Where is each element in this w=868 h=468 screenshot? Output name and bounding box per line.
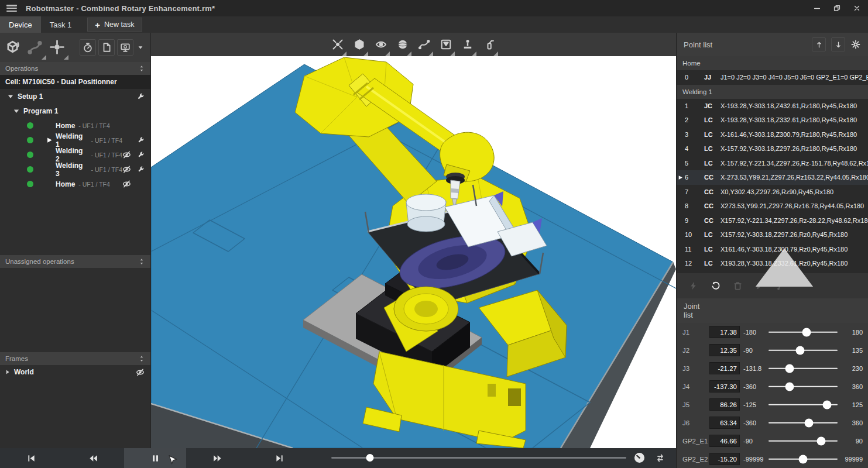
operation-row[interactable]: Welding 1 - UF1 / TF4 bbox=[0, 133, 150, 147]
joint-value-field[interactable]: -137.30 bbox=[709, 380, 740, 393]
joint-value-field[interactable]: 86.26 bbox=[709, 398, 740, 411]
rewind-button[interactable] bbox=[62, 448, 124, 468]
restore-button[interactable] bbox=[833, 4, 841, 12]
joint-slider[interactable] bbox=[768, 414, 838, 432]
gear-icon[interactable] bbox=[850, 39, 861, 50]
tree-world[interactable]: World bbox=[0, 365, 150, 379]
panel-resize-icon[interactable] bbox=[138, 355, 145, 363]
torch-tool-button[interactable] bbox=[478, 33, 500, 56]
eye-off-icon[interactable] bbox=[122, 150, 131, 159]
point-row[interactable]: 11 LC X161.46,Y-303.18,Z300.79,Rz0,Ry45,… bbox=[677, 242, 868, 257]
joint-slider-handle[interactable] bbox=[805, 418, 814, 427]
joint-slider[interactable] bbox=[768, 395, 838, 414]
operations-header[interactable]: Operations bbox=[0, 62, 150, 75]
joint-value-field[interactable]: 12.35 bbox=[709, 344, 740, 356]
joint-slider-handle[interactable] bbox=[785, 382, 794, 391]
point-row[interactable]: 6 CC X-273.53,Y99.21,Z297.26,Rz163.22,Ry… bbox=[677, 170, 868, 185]
joint-slider[interactable] bbox=[768, 432, 838, 450]
selection-zone-button[interactable] bbox=[327, 33, 348, 56]
loop-icon[interactable] bbox=[655, 453, 665, 463]
point-row[interactable]: 7 CC X0,Y302.43,Z297.26,Rz90,Ry45,Rx180 bbox=[677, 185, 868, 199]
joint-slider[interactable] bbox=[768, 450, 838, 468]
joint-slider[interactable] bbox=[768, 359, 838, 377]
stopwatch-button[interactable] bbox=[80, 39, 96, 56]
point-row[interactable]: 2 LC X-193.28,Y-303.18,Z332.61,Rz180,Ry4… bbox=[677, 113, 868, 128]
robot-path-icon[interactable] bbox=[27, 39, 43, 55]
chevron-down-icon[interactable] bbox=[13, 108, 20, 115]
point-row[interactable]: 10 LC X157.92,Y-303.18,Z297.26,Rz0,Ry45,… bbox=[677, 228, 868, 242]
timeline-track[interactable] bbox=[331, 457, 626, 459]
joint-value-field[interactable]: -15.20 bbox=[709, 453, 740, 465]
point-row[interactable]: 4 LC X-157.92,Y-303.18,Z297.26,Rz180,Ry4… bbox=[677, 142, 868, 156]
simulation-dropdown[interactable] bbox=[135, 39, 146, 56]
pause-button[interactable] bbox=[124, 448, 186, 468]
tree-setup-1[interactable]: Setup 1 bbox=[0, 89, 150, 104]
visibility-button[interactable] bbox=[370, 33, 392, 56]
point-row[interactable]: 5 LC X-157.92,Y-221.34,Z297.26,Rz-151.78… bbox=[677, 156, 868, 171]
point-row[interactable]: 0 JJ J1=0 J2=0 J3=0 J4=0 J5=0 J6=0 GP2_E… bbox=[677, 70, 868, 85]
fast-forward-button[interactable] bbox=[186, 448, 248, 468]
solid-view-button[interactable] bbox=[348, 33, 370, 56]
chevron-down-icon[interactable] bbox=[7, 93, 14, 100]
new-task-button[interactable]: + New task bbox=[87, 18, 142, 32]
jog-target-icon[interactable] bbox=[49, 39, 65, 55]
operation-row[interactable]: Home - UF1 / TF4 bbox=[0, 118, 150, 133]
joint-slider[interactable] bbox=[768, 323, 838, 341]
point-row[interactable]: 1 JC X-193.28,Y-303.18,Z432.61,Rz180,Ry4… bbox=[677, 99, 868, 113]
joint-slider-handle[interactable] bbox=[785, 364, 794, 373]
scene-3d[interactable] bbox=[151, 56, 676, 448]
skip-start-button[interactable] bbox=[0, 448, 62, 468]
move-point-up-button[interactable] bbox=[812, 37, 826, 51]
point-row[interactable]: 3 LC X-161.46,Y-303.18,Z300.79,Rz180,Ry4… bbox=[677, 128, 868, 142]
wrench-icon[interactable] bbox=[136, 92, 145, 101]
rotate-view-icon[interactable] bbox=[5, 39, 20, 55]
frames-header[interactable]: Frames bbox=[0, 352, 150, 365]
point-group-row[interactable]: Home bbox=[677, 56, 868, 70]
wrench-icon[interactable] bbox=[137, 136, 145, 144]
point-row[interactable]: 12 LC X193.28,Y-303.18,Z332.61,Rz0,Ry45,… bbox=[677, 256, 868, 271]
joint-value-field[interactable]: 46.66 bbox=[709, 435, 740, 447]
timeline-handle[interactable] bbox=[366, 454, 373, 462]
eye-off-icon[interactable] bbox=[122, 180, 131, 188]
panel-resize-icon[interactable] bbox=[138, 64, 145, 73]
point-group-row[interactable]: Welding 1 bbox=[677, 85, 868, 99]
sphere-view-button[interactable] bbox=[392, 33, 413, 56]
tab-task-1[interactable]: Task 1 bbox=[41, 16, 81, 33]
wrench-icon[interactable] bbox=[137, 151, 145, 159]
operation-row[interactable]: Home - UF1 / TF4 bbox=[0, 177, 150, 191]
joint-slider[interactable] bbox=[768, 377, 838, 395]
joint-slider-handle[interactable] bbox=[799, 455, 808, 463]
tab-device[interactable]: Device bbox=[0, 16, 41, 33]
point-row[interactable]: 9 CC X157.92,Y-221.34,Z297.26,Rz-28.22,R… bbox=[677, 214, 868, 228]
chevron-right-icon[interactable] bbox=[5, 369, 11, 375]
joint-value-field[interactable]: 63.34 bbox=[709, 417, 740, 429]
point-row[interactable]: 8 CC X273.53,Y99.21,Z297.26,Rz16.78,Ry44… bbox=[677, 199, 868, 214]
close-button[interactable] bbox=[853, 4, 861, 12]
move-point-down-button[interactable] bbox=[831, 37, 845, 51]
skip-end-button[interactable] bbox=[248, 448, 310, 468]
joint-value-field[interactable]: 17.38 bbox=[709, 326, 740, 338]
wrench-icon[interactable] bbox=[137, 166, 145, 173]
cell-row[interactable]: Cell: M710iC50 - Dual Positionner bbox=[0, 75, 150, 89]
joint-value-field[interactable]: -21.27 bbox=[709, 362, 740, 374]
joint-slider-handle[interactable] bbox=[822, 400, 831, 409]
joint-slider-handle[interactable] bbox=[795, 346, 804, 355]
panel-resize-icon[interactable] bbox=[138, 257, 145, 266]
simulation-button[interactable] bbox=[117, 39, 133, 56]
operation-row[interactable]: Welding 2 - UF1 / TF4 bbox=[0, 147, 150, 162]
speed-gauge-icon[interactable] bbox=[633, 452, 646, 464]
joint-slider[interactable] bbox=[768, 341, 838, 359]
unassigned-operations-header[interactable]: Unassigned operations bbox=[0, 255, 150, 268]
menu-icon[interactable] bbox=[6, 5, 17, 12]
joint-slider-handle[interactable] bbox=[816, 436, 825, 445]
document-button[interactable] bbox=[98, 39, 115, 56]
eye-off-icon[interactable] bbox=[122, 165, 131, 174]
curve-tool-button[interactable] bbox=[413, 33, 435, 56]
joint-slider-handle[interactable] bbox=[802, 328, 811, 336]
bolt-icon[interactable] bbox=[688, 281, 698, 291]
filter-view-button[interactable] bbox=[435, 33, 457, 56]
tree-program-1[interactable]: Program 1 bbox=[0, 104, 150, 118]
posture-tool-button[interactable] bbox=[457, 33, 478, 56]
eye-off-icon[interactable] bbox=[136, 368, 145, 377]
minimize-button[interactable] bbox=[813, 4, 821, 12]
